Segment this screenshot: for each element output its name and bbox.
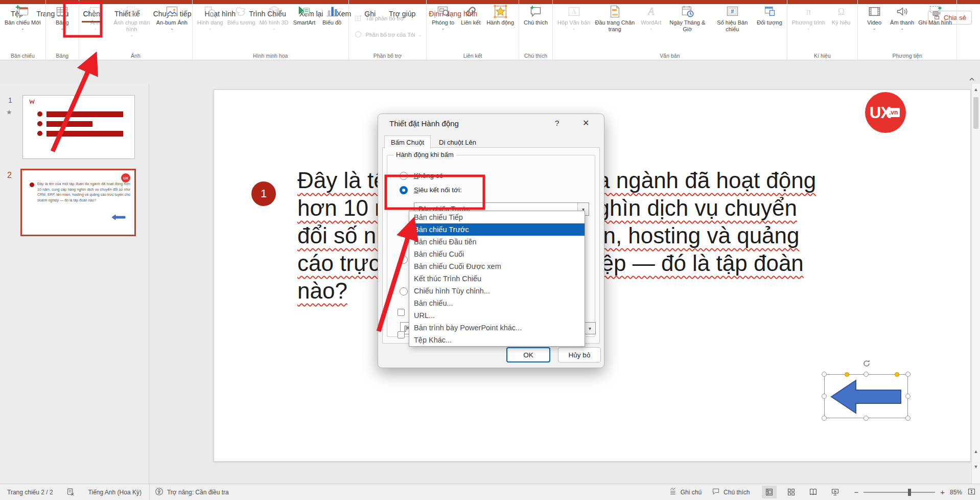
wordart-icon: A <box>644 3 658 19</box>
question-number-badge: 1 <box>251 181 276 206</box>
accessibility-status[interactable]: Trợ năng: Cần điều tra <box>155 487 229 497</box>
dropdown-item[interactable]: Bản chiếu Tiếp <box>409 211 585 223</box>
scroll-up-icon[interactable]: ▲ <box>972 87 980 92</box>
ribbon-button-label: Ký hiệu <box>832 19 851 26</box>
dropdown-item[interactable]: URL... <box>409 309 585 322</box>
table-icon <box>55 3 69 19</box>
ribbon-button-video[interactable]: Video⌄ <box>860 2 888 32</box>
ribbon-button-audio[interactable]: Âm thanh⌄ <box>888 2 916 32</box>
zoom-slider-thumb[interactable] <box>908 489 911 496</box>
tab-mouse-click[interactable]: Bấm Chuột <box>384 135 431 149</box>
dropdown-item[interactable]: Chiếu hình Tùy chỉnh... <box>409 285 585 297</box>
ribbon-button-label: Mô hình 3D <box>260 19 289 26</box>
resize-handle[interactable] <box>905 372 911 377</box>
dropdown-item[interactable]: Bản trình bày PowerPoint khác... <box>409 322 585 334</box>
chevron-down-icon: ⌄ <box>272 27 276 31</box>
chevron-down-icon[interactable]: ▾ <box>584 323 595 334</box>
ribbon-button-action[interactable]: Hành động <box>484 2 516 28</box>
dropdown-item[interactable]: Bản chiếu Cuối <box>409 248 585 260</box>
ribbon-button-screen-recording[interactable]: Ghi Màn hình <box>916 2 954 28</box>
ribbon-button-date-time[interactable]: Ngày Tháng & Giờ <box>665 2 710 34</box>
selected-arrow-shape[interactable] <box>824 374 908 418</box>
dropdown-item[interactable]: Bản chiếu Cuối Được xem <box>409 260 585 272</box>
radio-hyperlink-label[interactable]: Siêu kết nối tới: <box>414 186 462 194</box>
ribbon-button-wordart: AWordArt⌄ <box>637 2 665 32</box>
zoom-in-icon[interactable]: + <box>940 488 945 496</box>
ribbon-button-object[interactable]: Đối tượng <box>755 2 784 28</box>
thumb1-bullet <box>37 131 42 136</box>
zoom-slider[interactable] <box>864 492 935 493</box>
ribbon-button-label: Ảnh <box>90 19 101 26</box>
slide-2-thumbnail[interactable]: UX Đây là tên của một tập đoàn đa ngành … <box>20 169 136 236</box>
resize-handle[interactable] <box>905 416 911 421</box>
slideshow-view-button[interactable] <box>828 486 843 498</box>
zoom-level[interactable]: 85% <box>950 489 962 496</box>
adjust-handle[interactable] <box>845 372 849 377</box>
radio-hyperlink-to[interactable] <box>400 186 408 194</box>
svg-text:Ω: Ω <box>837 7 844 17</box>
highlight-click-checkbox[interactable] <box>398 331 405 338</box>
radio-none[interactable] <box>400 172 408 180</box>
ribbon-group-8: πPhương trình⌄ΩKý hiệuKí hiệu <box>787 0 858 60</box>
ribbon-button-zoom-slides[interactable]: Phóng to⌄ <box>429 2 457 32</box>
ribbon-button-chart[interactable]: Biểu đồ <box>318 2 346 28</box>
resize-handle[interactable] <box>822 394 827 399</box>
slide-sorter-view-button[interactable] <box>784 486 799 498</box>
left-arrow-shape <box>831 380 901 413</box>
comments-toggle[interactable]: Chú thích <box>712 487 750 497</box>
spellcheck-icon[interactable] <box>66 488 75 496</box>
ribbon-button-smartart[interactable]: SmartArt <box>291 2 318 28</box>
dropdown-item[interactable]: Tệp Khác... <box>409 334 585 346</box>
zoom-out-icon[interactable]: − <box>854 488 858 496</box>
resize-handle[interactable] <box>822 372 827 377</box>
collapse-ribbon-icon[interactable] <box>969 75 975 84</box>
resize-handle[interactable] <box>822 416 827 421</box>
slide-1-thumbnail[interactable] <box>22 95 135 159</box>
dropdown-item[interactable]: Bản chiếu... <box>409 297 585 309</box>
resize-handle[interactable] <box>905 394 911 399</box>
icons-icon <box>235 3 248 19</box>
fit-to-window-icon[interactable] <box>967 487 976 497</box>
previous-slide-icon[interactable]: ▲ <box>972 449 980 454</box>
resize-handle[interactable] <box>864 372 869 377</box>
radio-none-label[interactable]: Không có <box>414 172 443 179</box>
ok-button[interactable]: OK <box>506 347 550 362</box>
dialog-close-button[interactable]: ✕ <box>582 118 589 128</box>
ribbon-button-link[interactable]: Liên kết <box>457 2 484 28</box>
ribbon-button-table[interactable]: Bảng⌄ <box>49 2 76 32</box>
dropdown-item[interactable]: Kết thúc Trình Chiếu <box>409 272 585 285</box>
panel-divider <box>149 484 150 500</box>
language-selector[interactable]: Tiếng Anh (Hoa Kỳ) <box>88 489 142 496</box>
ribbon-button-new-comment[interactable]: Chú thích <box>522 2 550 28</box>
ribbon-button-slide-number[interactable]: #Số hiệu Bản chiếu <box>710 2 755 34</box>
notes-toggle[interactable]: Ghi chú <box>669 487 702 497</box>
text-box-icon: A <box>567 3 581 19</box>
header-footer-icon <box>608 3 622 19</box>
cancel-button[interactable]: Hủy bỏ <box>558 347 601 362</box>
normal-view-button[interactable] <box>762 486 777 498</box>
chevron-down-icon: ⌄ <box>208 27 212 31</box>
ribbon-button-header-footer[interactable]: Đầu trang Chân trang <box>592 2 637 34</box>
slide-indicator: Trang chiếu 2 / 2 <box>7 489 53 496</box>
next-slide-icon[interactable]: ▼ <box>972 464 980 469</box>
scrollbar-thumb[interactable] <box>973 97 978 129</box>
vertical-scrollbar[interactable]: ▲ ▲ ▼ <box>971 84 980 484</box>
ribbon-button-new-slide[interactable]: Bản chiếu Mới⌄ <box>3 2 43 32</box>
ribbon-button-photo-album[interactable]: An-bum Ảnh⌄ <box>154 2 190 32</box>
radio-run-program[interactable] <box>400 256 408 264</box>
radio-run-macro[interactable] <box>400 287 408 296</box>
thumb1-text-bar <box>46 131 123 137</box>
ribbon-button-icons: Biểu tượng <box>225 2 258 28</box>
dropdown-item[interactable]: Bản chiếu Trước <box>409 223 585 236</box>
resize-handle[interactable] <box>864 416 869 421</box>
rotate-handle-icon[interactable] <box>862 359 871 368</box>
screenshot-icon <box>125 3 138 19</box>
dialog-help-button[interactable]: ? <box>555 119 559 127</box>
ribbon-group-4: Tải phần bổ trợPhần bổ trợ của Tôi⌄Phần … <box>349 0 427 60</box>
dropdown-item[interactable]: Bản chiếu Đầu tiên <box>409 236 585 248</box>
ribbon-button-label: Video <box>867 19 881 26</box>
reading-view-button[interactable] <box>806 486 821 498</box>
adjust-handle[interactable] <box>895 372 899 377</box>
play-sound-checkbox[interactable] <box>398 309 405 316</box>
ribbon-button-label: Ghi Màn hình <box>918 19 952 26</box>
